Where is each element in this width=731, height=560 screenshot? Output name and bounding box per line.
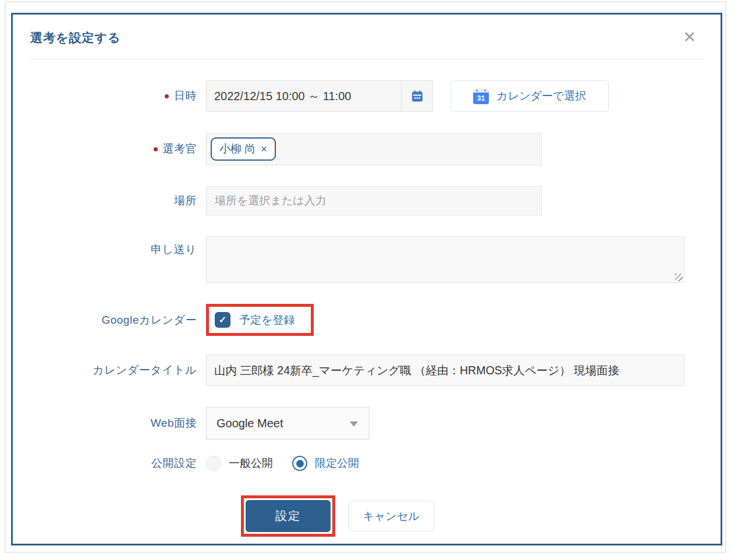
visibility-options: 一般公開 限定公開 (206, 456, 359, 471)
web-interview-select[interactable]: Google Meet (206, 407, 370, 440)
selection-form: 日時 2022/12/15 10:00 ～ 11:00 (13, 59, 721, 537)
required-marker (165, 94, 169, 98)
annotation-highlight-submit: 設定 (241, 495, 335, 537)
calendar-icon (410, 89, 424, 103)
datetime-row: 日時 2022/12/15 10:00 ～ 11:00 (13, 80, 721, 112)
google-calendar-row: Googleカレンダー ✓ 予定を登録 (13, 304, 721, 336)
notes-label: 申し送り (151, 242, 197, 257)
calendar-title-input[interactable]: 山内 三郎様 24新卒_マーケティング職 （経由：HRMOS求人ページ） 現場面… (206, 355, 684, 386)
location-input[interactable] (206, 186, 542, 215)
datepicker-button[interactable] (401, 81, 432, 111)
calendar-title-row: カレンダータイトル 山内 三郎様 24新卒_マーケティング職 （経由：HRMOS… (13, 355, 721, 386)
web-interview-label: Web面接 (151, 416, 197, 431)
datetime-label: 日時 (174, 88, 197, 104)
radio-option-public[interactable]: 一般公開 (206, 456, 273, 471)
chevron-down-icon (350, 421, 358, 427)
screenshot-frame: 選考を設定する ✕ 日時 2022/12/15 10:00 ～ 11:00 (5, 1, 726, 553)
radio-limited-label: 限定公開 (315, 456, 359, 471)
calendar-title-label: カレンダータイトル (93, 363, 197, 378)
dialog-title: 選考を設定する (30, 30, 120, 46)
register-event-label[interactable]: 予定を登録 (239, 313, 294, 328)
select-on-calendar-button[interactable]: 31 カレンダーで選択 (450, 80, 609, 112)
location-label: 場所 (174, 193, 197, 208)
radio-public-label: 一般公開 (229, 456, 273, 471)
dialog-header: 選考を設定する ✕ (13, 15, 721, 46)
web-interview-row: Web面接 Google Meet (13, 407, 721, 440)
actions-row: 設定 キャンセル (13, 495, 721, 537)
setup-selection-dialog: 選考を設定する ✕ 日時 2022/12/15 10:00 ～ 11:00 (11, 13, 722, 545)
interviewer-field[interactable]: 小柳 尚 × (206, 133, 542, 165)
interviewer-tag-name: 小柳 尚 (219, 141, 256, 157)
web-interview-value: Google Meet (217, 417, 283, 430)
required-marker (154, 147, 158, 151)
annotation-highlight-checkbox: ✓ 予定を登録 (206, 304, 314, 336)
visibility-label: 公開設定 (151, 456, 197, 471)
register-event-checkbox[interactable]: ✓ (215, 312, 230, 328)
interviewer-label: 選考官 (163, 141, 197, 157)
radio-option-limited[interactable]: 限定公開 (292, 456, 359, 471)
location-row: 場所 (13, 186, 721, 215)
remove-tag-icon[interactable]: × (261, 143, 267, 155)
resize-handle-icon[interactable] (675, 274, 683, 281)
checkmark-icon: ✓ (219, 314, 226, 325)
interviewer-row: 選考官 小柳 尚 × (13, 133, 721, 165)
google-calendar-label: Googleカレンダー (101, 313, 197, 328)
notes-textarea[interactable] (206, 236, 684, 283)
visibility-row: 公開設定 一般公開 限定公開 (13, 456, 721, 471)
radio-selected-icon[interactable] (292, 456, 307, 471)
notes-row: 申し送り (13, 236, 721, 283)
datetime-input[interactable]: 2022/12/15 10:00 ～ 11:00 (206, 80, 433, 112)
calendar-title-value: 山内 三郎様 24新卒_マーケティング職 （経由：HRMOS求人ページ） 現場面… (214, 363, 619, 378)
close-icon[interactable]: ✕ (683, 30, 696, 45)
interviewer-tag: 小柳 尚 × (211, 137, 276, 161)
select-on-calendar-label: カレンダーで選択 (496, 88, 586, 104)
datetime-value[interactable]: 2022/12/15 10:00 ～ 11:00 (207, 81, 401, 111)
google-calendar-icon: 31 (473, 88, 489, 104)
submit-button[interactable]: 設定 (246, 500, 331, 532)
cancel-button[interactable]: キャンセル (348, 501, 434, 531)
radio-unselected-icon[interactable] (206, 456, 221, 471)
